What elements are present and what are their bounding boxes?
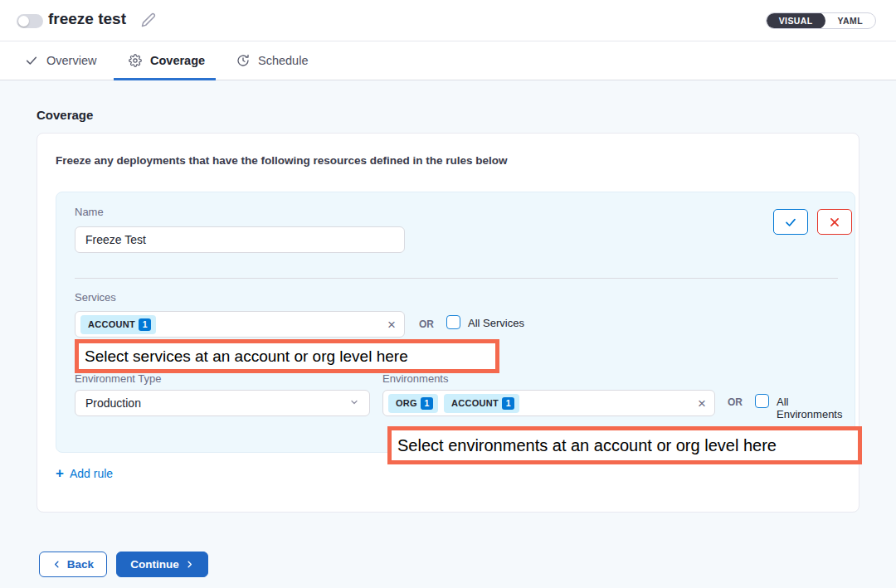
coverage-section-title: Coverage [37,108,93,122]
tab-coverage-label: Coverage [150,54,205,67]
edit-pencil-icon[interactable] [141,12,156,27]
services-multiselect[interactable]: ACCOUNT 1 × [75,311,405,338]
tag-count-badge: 1 [139,318,151,331]
tab-schedule[interactable]: Schedule [236,41,308,80]
name-label: Name [75,206,104,218]
environments-multiselect[interactable]: ORG 1 ACCOUNT 1 × [382,390,715,416]
environment-tag-org[interactable]: ORG 1 [388,394,438,413]
header: freeze test VISUAL YAML [0,0,896,41]
all-environments-label: All Environments [777,396,855,420]
environments-or-label: OR [728,396,743,408]
clear-services-icon[interactable]: × [387,318,396,332]
service-tag-account[interactable]: ACCOUNT 1 [80,315,156,334]
tag-count-badge: 1 [421,397,433,410]
tag-label: ACCOUNT [451,398,499,408]
all-services-label: All Services [468,317,524,329]
back-button[interactable]: Back [39,552,107,577]
environment-tag-account[interactable]: ACCOUNT 1 [444,394,519,413]
coverage-card: Freeze any deployments that have the fol… [37,133,859,513]
toggle-knob [18,16,29,27]
all-environments-checkbox[interactable] [755,394,769,408]
back-label: Back [67,558,94,571]
all-services-checkbox[interactable] [446,315,460,329]
tab-bar: Overview Coverage Schedule [0,41,896,80]
tag-count-badge: 1 [502,397,514,410]
tag-label: ACCOUNT [88,319,135,329]
environments-annotation-callout: Select environments at an account or org… [387,426,862,464]
environment-type-select[interactable]: Production [75,390,370,416]
yaml-toggle-option[interactable]: YAML [825,12,875,29]
add-rule-label: Add rule [70,467,113,480]
add-rule-button[interactable]: Add rule [56,466,113,480]
rule-panel: Name Services ACCOUNT 1 × OR All Servi [56,192,855,453]
gear-icon [129,54,142,67]
freeze-enable-toggle[interactable] [17,14,43,28]
visual-toggle-option[interactable]: VISUAL [767,12,825,29]
freeze-window: freeze test VISUAL YAML Overview Coverag… [0,0,896,588]
x-icon [829,216,840,228]
schedule-clock-icon [236,54,250,67]
tab-schedule-label: Schedule [258,54,308,67]
services-label: Services [75,291,116,304]
chevron-down-icon [349,396,359,410]
environments-label: Environments [382,372,448,385]
active-tab-underline [114,78,216,80]
coverage-description: Freeze any deployments that have the fol… [56,154,508,167]
page-title: freeze test [48,10,126,28]
panel-divider [75,278,838,279]
environment-type-label: Environment Type [75,372,162,385]
tab-overview[interactable]: Overview [25,41,96,80]
check-icon [25,54,38,67]
check-icon [784,216,797,229]
tag-label: ORG [396,398,417,408]
continue-label: Continue [130,558,179,571]
tab-coverage[interactable]: Coverage [129,41,205,80]
services-annotation-callout: Select services at an account or org lev… [75,339,499,373]
chevron-left-icon [52,560,61,569]
plus-icon [56,466,64,480]
cancel-rule-button[interactable] [817,209,852,235]
continue-button[interactable]: Continue [116,552,208,577]
environment-type-value: Production [85,396,141,410]
services-or-label: OR [419,318,434,330]
chevron-right-icon [185,560,194,569]
rule-name-input[interactable] [75,226,405,253]
tab-overview-label: Overview [46,54,96,67]
clear-environments-icon[interactable]: × [698,396,706,411]
visual-yaml-toggle: VISUAL YAML [766,12,876,29]
confirm-rule-button[interactable] [773,209,808,235]
